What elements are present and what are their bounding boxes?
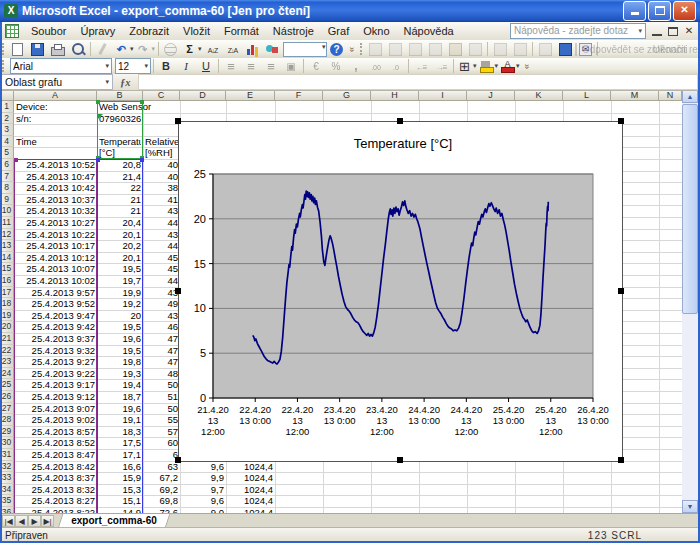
cell-A31[interactable]: 25.4.2013 8:47 <box>16 450 95 461</box>
cell-B33[interactable]: 15,9 <box>99 473 141 484</box>
cell-B27[interactable]: 19,6 <box>99 404 141 415</box>
sort-ascending-button[interactable] <box>203 41 223 57</box>
column-header-F[interactable]: F <box>275 90 323 101</box>
row-header-12[interactable]: 12 <box>0 229 14 241</box>
menu-zobrazit[interactable]: Zobrazit <box>122 24 176 38</box>
cell-B16[interactable]: 19,7 <box>99 276 141 287</box>
cell-A12[interactable]: 25.4.2013 10:22 <box>16 230 95 241</box>
first-sheet-button[interactable]: |◀ <box>2 515 15 527</box>
close-button[interactable]: ✕ <box>673 1 696 21</box>
cell-D35[interactable]: 9,6 <box>182 496 224 507</box>
chart-selection-handle[interactable] <box>618 118 624 124</box>
column-header-N[interactable]: N <box>659 90 682 101</box>
cell-A35[interactable]: 25.4.2013 8:27 <box>16 496 95 507</box>
formula-input[interactable] <box>138 74 699 90</box>
cell-B19[interactable]: 20 <box>99 311 141 322</box>
chart-selection-handle[interactable] <box>397 118 403 124</box>
cell-A28[interactable]: 25.4.2013 9:02 <box>16 415 95 426</box>
row-header-19[interactable]: 19 <box>0 310 14 322</box>
range-handle[interactable] <box>96 100 100 104</box>
worksheet-grid[interactable]: ABCDEFGHIJKLMN12345678910111213141516171… <box>0 90 682 513</box>
column-header-M[interactable]: M <box>611 90 659 101</box>
scroll-down-button[interactable]: ▼ <box>682 500 698 513</box>
print-preview-button[interactable] <box>68 41 88 57</box>
cell-A18[interactable]: 25.4.2013 9:52 <box>16 299 95 310</box>
cell-C34[interactable]: 69,2 <box>145 485 178 496</box>
row-header-22[interactable]: 22 <box>0 345 14 357</box>
cell-A7[interactable]: 25.4.2013 10:47 <box>16 172 95 183</box>
font-color-button[interactable]: ▾ <box>499 58 521 74</box>
column-header-C[interactable]: C <box>143 90 180 101</box>
minimize-button[interactable] <box>623 1 646 21</box>
cell-A13[interactable]: 25.4.2013 10:17 <box>16 241 95 252</box>
cell-B31[interactable]: 17,1 <box>99 450 141 461</box>
row-header-1[interactable]: 1 <box>0 101 14 113</box>
cell-A2[interactable]: s/n: <box>16 114 95 125</box>
last-sheet-button[interactable]: ▶| <box>41 515 54 527</box>
cell-C15[interactable]: 45 <box>145 264 178 275</box>
row-header-30[interactable]: 30 <box>0 437 14 449</box>
zoom-combo[interactable]: ▾ <box>283 42 327 57</box>
cell-C24[interactable]: 48 <box>145 369 178 380</box>
cell-D32[interactable]: 9,6 <box>182 462 224 473</box>
row-header-9[interactable]: 9 <box>0 194 14 206</box>
cell-C23[interactable]: 47 <box>145 357 178 368</box>
cell-C18[interactable]: 49 <box>145 299 178 310</box>
row-header-11[interactable]: 11 <box>0 217 14 229</box>
menu-vlozit[interactable]: Vložit <box>176 24 217 38</box>
cell-A34[interactable]: 25.4.2013 8:32 <box>16 485 95 496</box>
drawing-button[interactable] <box>263 41 283 57</box>
cell-C17[interactable]: 43 <box>145 288 178 299</box>
cell-B10[interactable]: 21 <box>99 206 141 217</box>
cell-B29[interactable]: 18,3 <box>99 427 141 438</box>
type-a-question-box[interactable]: Nápověda - zadejte dotaz ▾ <box>510 23 646 39</box>
cell-B32[interactable]: 16,6 <box>99 462 141 473</box>
cell-E34[interactable]: 1024,4 <box>228 485 273 496</box>
cell-C31[interactable]: 6 <box>145 450 178 461</box>
error-indicator-icon[interactable] <box>98 114 103 119</box>
workbook-minimize-button[interactable] <box>652 26 662 36</box>
chart-selection-handle[interactable] <box>175 288 181 294</box>
cell-C9[interactable]: 41 <box>145 195 178 206</box>
cell-B8[interactable]: 22 <box>99 183 141 194</box>
row-header-31[interactable]: 31 <box>0 449 14 461</box>
chart-wizard-button[interactable] <box>243 41 263 57</box>
fill-color-button[interactable]: ▾ <box>478 58 500 74</box>
column-header-J[interactable]: J <box>467 90 515 101</box>
italic-button[interactable] <box>176 58 196 74</box>
row-header-4[interactable]: 4 <box>0 136 14 148</box>
row-header-7[interactable]: 7 <box>0 171 14 183</box>
column-header-D[interactable]: D <box>180 90 226 101</box>
print-button[interactable] <box>48 41 68 57</box>
row-header-28[interactable]: 28 <box>0 414 14 426</box>
row-header-13[interactable]: 13 <box>0 240 14 252</box>
cell-A16[interactable]: 25.4.2013 10:02 <box>16 276 95 287</box>
toolbar-grip[interactable] <box>2 43 6 55</box>
cell-D34[interactable]: 9,7 <box>182 485 224 496</box>
restore-button[interactable] <box>648 1 671 21</box>
cell-C13[interactable]: 44 <box>145 241 178 252</box>
cell-C14[interactable]: 45 <box>145 253 178 264</box>
autosum-button[interactable]: ▾ <box>181 41 203 57</box>
row-header-27[interactable]: 27 <box>0 403 14 415</box>
cell-D33[interactable]: 9,9 <box>182 473 224 484</box>
menu-format[interactable]: Formát <box>217 24 266 38</box>
column-header-H[interactable]: H <box>371 90 419 101</box>
cell-A32[interactable]: 25.4.2013 8:42 <box>16 462 95 473</box>
column-header-E[interactable]: E <box>226 90 275 101</box>
cell-A1[interactable]: Device: <box>16 102 95 113</box>
save-button[interactable] <box>28 41 48 57</box>
range-handle[interactable] <box>140 158 144 162</box>
cell-B11[interactable]: 20,4 <box>99 218 141 229</box>
cell-C27[interactable]: 50 <box>145 404 178 415</box>
cell-E35[interactable]: 1024,4 <box>228 496 273 507</box>
workbook-restore-button[interactable] <box>668 27 678 36</box>
cell-B23[interactable]: 19,8 <box>99 357 141 368</box>
scroll-up-button[interactable]: ▲ <box>682 90 698 103</box>
cell-C28[interactable]: 55 <box>145 415 178 426</box>
cell-A33[interactable]: 25.4.2013 8:37 <box>16 473 95 484</box>
cell-C30[interactable]: 60 <box>145 438 178 449</box>
cell-B7[interactable]: 21,4 <box>99 172 141 183</box>
cell-B25[interactable]: 19,4 <box>99 380 141 391</box>
cell-B20[interactable]: 19,5 <box>99 322 141 333</box>
